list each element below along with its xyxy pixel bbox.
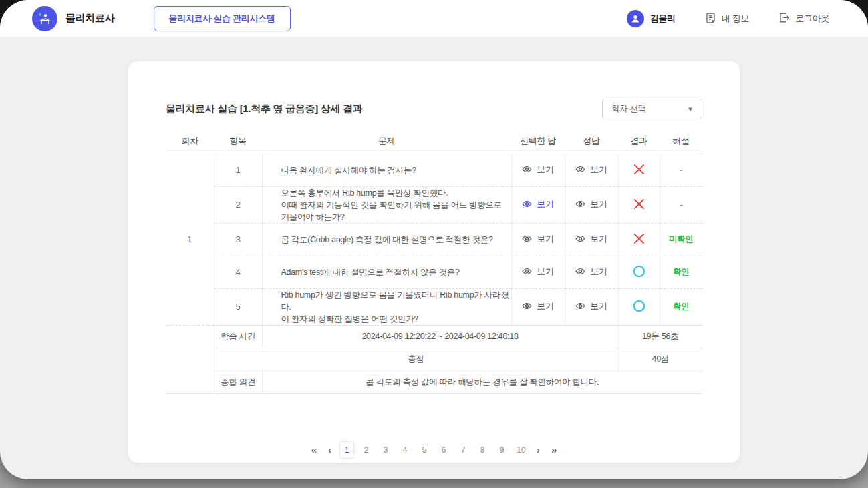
user-avatar-icon <box>627 10 644 27</box>
eye-icon <box>522 234 532 244</box>
selected-answer-cell: 보기 <box>511 288 565 325</box>
view-label: 보기 <box>537 300 553 312</box>
table-row: 1 1 다음 환자에게 실시해야 하는 검사는? 보기 <box>166 154 702 186</box>
pagination-page-6[interactable]: 6 <box>436 441 451 459</box>
eye-icon <box>522 199 532 209</box>
correct-answer-cell: 보기 <box>565 223 618 256</box>
round-value: 1 <box>166 154 214 325</box>
result-cell <box>618 186 660 223</box>
pagination-page-2[interactable]: 2 <box>359 441 374 459</box>
question-line: 다음 환자에게 실시해야 하는 검사는? <box>281 164 511 176</box>
correct-answer-cell: 보기 <box>565 256 618 288</box>
explanation-value: 미확인 <box>669 234 694 244</box>
view-selected-answer-button[interactable]: 보기 <box>522 233 553 245</box>
memo-icon <box>705 12 716 25</box>
logout-label: 로그아웃 <box>795 13 829 25</box>
explanation-value: 확인 <box>673 267 689 276</box>
brand-name: 물리치료사 <box>65 12 115 25</box>
physical-therapy-logo-icon <box>32 6 57 31</box>
pagination-next-button[interactable]: › <box>533 443 543 457</box>
pagination-page-4[interactable]: 4 <box>398 441 412 459</box>
view-correct-answer-button[interactable]: 보기 <box>575 233 607 245</box>
round-select-dropdown[interactable]: 회차 선택 ▼ <box>602 99 702 119</box>
study-time-duration: 19분 56초 <box>618 325 702 348</box>
logout-icon <box>778 12 790 25</box>
view-selected-answer-button[interactable]: 보기 <box>522 266 553 278</box>
correct-circle-mark-icon <box>632 264 646 278</box>
view-selected-answer-button[interactable]: 보기 <box>522 198 553 210</box>
table-row: 5 Rib hump가 생긴 방향으로 몸을 기울였더니 Rib hump가 사… <box>166 288 702 325</box>
eye-icon <box>575 266 585 276</box>
explanation-cell: - <box>660 186 702 223</box>
my-info-button[interactable]: 내 정보 <box>705 12 749 25</box>
pagination-page-10[interactable]: 10 <box>514 441 529 459</box>
study-time-value: 2024-04-09 12:20:22 ~ 2024-04-09 12:40:1… <box>262 325 618 348</box>
system-title-button[interactable]: 물리치료사 실습 관리시스템 <box>154 6 291 31</box>
pagination-first-button[interactable]: « <box>308 443 320 457</box>
view-label: 보기 <box>537 198 553 210</box>
table-header-row: 회차 항목 문제 선택한 답 정답 결과 해설 <box>166 129 702 154</box>
pagination-page-9[interactable]: 9 <box>494 441 509 459</box>
selected-answer-cell: 보기 <box>511 154 565 186</box>
view-correct-answer-button[interactable]: 보기 <box>575 300 607 312</box>
correct-answer-cell: 보기 <box>565 154 618 186</box>
chevron-down-icon: ▼ <box>687 106 693 113</box>
view-correct-answer-button[interactable]: 보기 <box>575 164 607 176</box>
question-line: 오른쪽 흉부에서 Rib hump를 육안상 확인했다. <box>281 187 511 199</box>
eye-icon <box>522 164 532 174</box>
pagination-page-5[interactable]: 5 <box>417 441 432 459</box>
logout-button[interactable]: 로그아웃 <box>778 12 829 25</box>
explanation-value: 확인 <box>673 302 689 311</box>
view-correct-answer-button[interactable]: 보기 <box>575 266 607 278</box>
explanation-cell: 확인 <box>660 288 702 325</box>
correct-answer-cell: 보기 <box>565 186 618 223</box>
user-menu[interactable]: 김물리 <box>627 10 676 27</box>
eye-icon <box>522 266 532 276</box>
table-row: 2 오른쪽 흉부에서 Rib hump를 육안상 확인했다. 이때 환자의 기능… <box>166 186 702 223</box>
item-number: 5 <box>214 288 262 325</box>
incorrect-x-mark-icon <box>632 162 646 176</box>
page-title: 물리치료사 실습 [1.척추 옆 굽음증] 상세 결과 <box>166 103 362 115</box>
item-number: 1 <box>214 154 262 186</box>
col-header-question: 문제 <box>262 129 511 154</box>
overall-opinion-value: 콥 각도의 측정 값에 따라 해당하는 경우를 잘 확인하여야 합니다. <box>262 371 702 393</box>
incorrect-x-mark-icon <box>632 232 646 246</box>
pagination-page-1[interactable]: 1 <box>339 441 354 459</box>
pagination-prev-button[interactable]: ‹ <box>325 443 335 457</box>
user-name: 김물리 <box>650 13 676 25</box>
view-label: 보기 <box>590 164 607 176</box>
view-label: 보기 <box>537 233 553 245</box>
view-selected-answer-button[interactable]: 보기 <box>522 164 553 176</box>
overall-opinion-label: 종합 의견 <box>214 371 262 393</box>
round-select-label: 회차 선택 <box>611 103 646 115</box>
pagination-page-7[interactable]: 7 <box>456 441 470 459</box>
study-time-row: 학습 시간 2024-04-09 12:20:22 ~ 2024-04-09 1… <box>166 325 702 348</box>
item-number: 2 <box>214 186 262 223</box>
explanation-cell: - <box>660 154 702 186</box>
view-label: 보기 <box>590 266 607 278</box>
result-cell <box>618 223 660 256</box>
result-cell <box>618 288 660 325</box>
table-row: 3 콥 각도(Cobb angle) 측정 값에 대한 설명으로 적절한 것은?… <box>166 223 702 256</box>
eye-icon <box>522 301 532 311</box>
view-label: 보기 <box>590 198 607 210</box>
view-selected-answer-button[interactable]: 보기 <box>522 300 553 312</box>
view-label: 보기 <box>537 164 553 176</box>
question-text: 오른쪽 흉부에서 Rib hump를 육안상 확인했다. 이때 환자의 기능적인… <box>262 186 511 223</box>
pagination-last-button[interactable]: » <box>548 443 560 457</box>
question-text: Rib hump가 생긴 방향으로 몸을 기울였더니 Rib hump가 사라졌… <box>262 288 511 325</box>
question-line: 이때 환자의 기능적인 것을 확인하기 위해 몸을 어느 방향으로 기울여야 하… <box>281 199 511 223</box>
pagination-page-3[interactable]: 3 <box>378 441 393 459</box>
table-row: 4 Adam's test에 대한 설명으로 적절하지 않은 것은? 보기 <box>166 256 702 288</box>
explanation-cell: 확인 <box>660 256 702 288</box>
selected-answer-cell: 보기 <box>511 256 565 288</box>
total-score-row: 총점 40점 <box>166 348 702 371</box>
pagination: « ‹ 1 2 3 4 5 6 7 8 9 10 › » <box>166 441 702 459</box>
empty-cell <box>166 371 214 393</box>
explanation-cell: 미확인 <box>660 223 702 256</box>
view-label: 보기 <box>590 233 607 245</box>
pagination-page-8[interactable]: 8 <box>475 441 490 459</box>
view-correct-answer-button[interactable]: 보기 <box>575 198 607 210</box>
header-right: 김물리 내 정보 <box>627 10 829 27</box>
eye-icon <box>575 199 585 209</box>
